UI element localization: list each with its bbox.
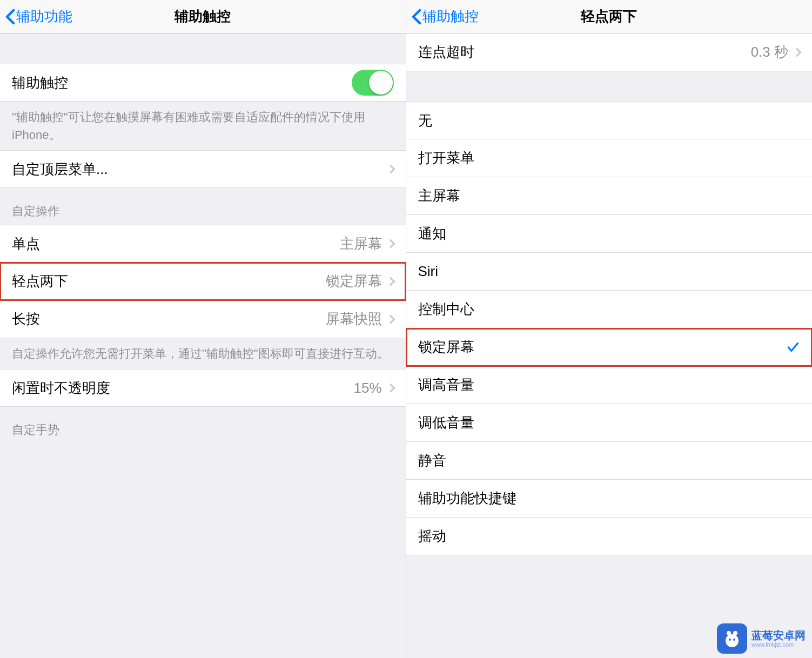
option-label: 辅助功能快捷键 [418,489,801,508]
navbar-left: 辅助功能 辅助触控 [0,0,406,33]
svg-point-2 [733,631,737,635]
timeout-label: 连点超时 [418,43,751,62]
option-row[interactable]: 辅助功能快捷键 [406,480,813,518]
watermark-icon [717,623,747,654]
option-label: 控制中心 [418,300,801,319]
option-row[interactable]: 主屏幕 [406,177,813,215]
timeout-row[interactable]: 连点超时 0.3 秒 [406,33,813,71]
chevron-right-icon [386,239,395,249]
svg-point-4 [733,639,735,641]
chevron-left-icon [5,9,15,25]
single-tap-value: 主屏幕 [340,234,382,253]
assistive-touch-switch[interactable] [352,70,394,96]
chevron-right-icon [386,277,395,286]
option-label: Siri [418,263,801,280]
option-label: 调低音量 [418,413,801,432]
chevron-left-icon [412,9,421,25]
custom-top-menu-row[interactable]: 自定顶层菜单... [0,150,406,188]
double-tap-label: 轻点两下 [12,272,326,291]
option-label: 通知 [418,224,801,243]
watermark-text: 蓝莓安卓网 www.lmkjst.com [751,629,806,648]
svg-point-0 [726,634,739,647]
long-press-label: 长按 [12,310,326,328]
option-label: 主屏幕 [418,186,801,205]
option-row[interactable]: 调低音量 [406,404,813,442]
double-tap-value: 锁定屏幕 [326,272,382,291]
custom-top-menu-label: 自定顶层菜单... [12,160,387,179]
option-row[interactable]: 通知 [406,215,813,253]
idle-opacity-value: 15% [353,380,381,397]
option-row[interactable]: 调高音量 [406,366,813,404]
chevron-right-icon [386,165,395,174]
option-label: 打开菜单 [418,149,801,167]
checkmark-icon [786,340,800,354]
idle-opacity-label: 闲置时不透明度 [12,379,353,398]
option-label: 静音 [418,451,801,470]
option-row[interactable]: 静音 [406,442,813,480]
toggle-description: "辅助触控"可让您在触摸屏幕有困难或需要自适应配件的情况下使用 iPhone。 [0,102,406,150]
option-label: 锁定屏幕 [418,338,787,357]
long-press-value: 屏幕快照 [326,310,382,328]
custom-actions-description: 自定操作允许您无需打开菜单，通过"辅助触控"图标即可直接进行互动。 [0,338,406,369]
double-tap-row[interactable]: 轻点两下 锁定屏幕 [0,263,406,300]
option-label: 无 [418,111,801,130]
option-row[interactable]: 打开菜单 [406,139,813,177]
single-tap-row[interactable]: 单点 主屏幕 [0,225,406,263]
timeout-value: 0.3 秒 [751,43,788,62]
option-row[interactable]: Siri [406,253,813,291]
long-press-row[interactable]: 长按 屏幕快照 [0,300,406,338]
single-tap-label: 单点 [12,234,340,253]
option-label: 摇动 [418,527,801,546]
back-button-left[interactable]: 辅助功能 [0,7,72,26]
chevron-right-icon [386,384,395,393]
option-row[interactable]: 控制中心 [406,291,813,328]
custom-gestures-header: 自定手势 [0,407,406,444]
chevron-right-icon [793,48,802,57]
back-button-right[interactable]: 辅助触控 [406,7,479,26]
navbar-right: 辅助触控 轻点两下 [406,0,813,33]
idle-opacity-row[interactable]: 闲置时不透明度 15% [0,369,406,407]
chevron-right-icon [386,314,395,324]
svg-point-1 [727,631,731,635]
option-row[interactable]: 摇动 [406,518,813,555]
svg-point-3 [729,639,731,641]
option-label: 调高音量 [418,375,801,394]
assistive-touch-toggle-row[interactable]: 辅助触控 [0,64,406,102]
watermark: 蓝莓安卓网 www.lmkjst.com [717,623,806,654]
custom-actions-header: 自定操作 [0,188,406,225]
toggle-label: 辅助触控 [12,73,352,92]
option-row[interactable]: 无 [406,102,813,139]
back-label-right: 辅助触控 [422,7,479,26]
option-row[interactable]: 锁定屏幕 [406,328,813,366]
back-label-left: 辅助功能 [16,7,72,26]
